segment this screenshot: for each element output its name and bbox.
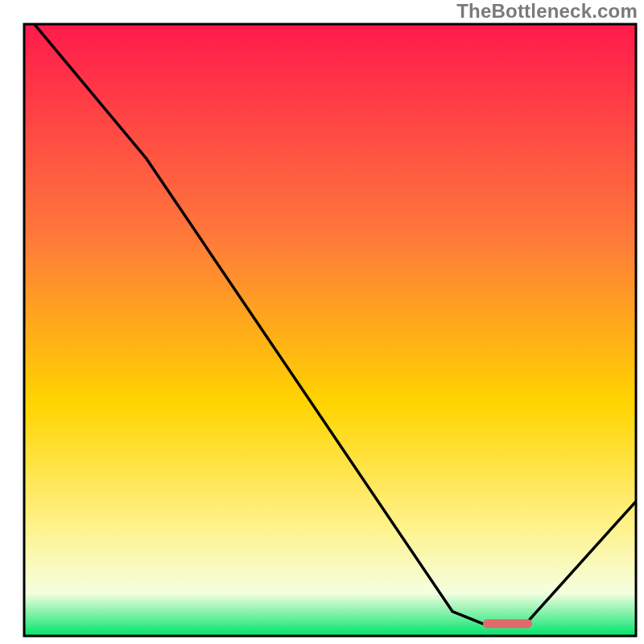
optimal-marker <box>483 619 532 628</box>
bottleneck-chart <box>0 0 644 644</box>
plot-background <box>24 24 636 636</box>
chart-container: TheBottleneck.com <box>0 0 644 644</box>
